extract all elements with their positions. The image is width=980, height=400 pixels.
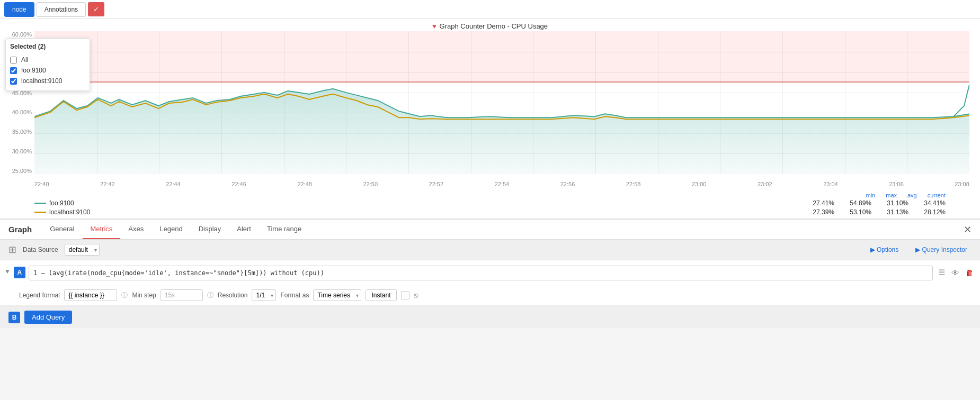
legend-stats-foo: 27.41% 54.89% 31.10% 34.41%	[808, 199, 946, 207]
legend-format-label: Legend format	[19, 292, 60, 299]
tab-display[interactable]: Display	[191, 220, 229, 239]
localhost-checkbox[interactable]	[10, 78, 17, 85]
query-inspector-button[interactable]: ▶ Query Inspector	[911, 244, 972, 256]
datasource-label: Data Source	[23, 246, 58, 253]
dropdown-item-foo[interactable]: foo:9100	[10, 65, 85, 76]
time-series-select-wrap[interactable]: Time series	[313, 289, 361, 301]
annotations-tab[interactable]: Annotations	[37, 2, 86, 17]
resolution-label: Resolution	[218, 292, 248, 299]
query-a-row: ▼ A 1 – (avg(irate(node_cpu{mode='idle',…	[0, 260, 980, 286]
options-button[interactable]: ▶ Options	[866, 244, 903, 256]
query-section: ⊞ Data Source default ▶ Options ▶ Query …	[0, 240, 980, 328]
add-query-row: B Add Query	[0, 306, 980, 328]
all-label: All	[21, 56, 28, 63]
query-expression[interactable]: 1 – (avg(irate(node_cpu{mode='idle', ins…	[29, 266, 933, 280]
series-dropdown: Selected (2) All foo:9100 localhost:9100	[5, 38, 90, 91]
chart-svg	[34, 31, 969, 174]
top-bar: node Annotations ✓	[0, 0, 980, 19]
legend-format-info[interactable]: ⓘ	[121, 291, 128, 300]
resolution-select-wrap[interactable]: 1/1	[252, 289, 276, 301]
green-spike	[954, 85, 969, 116]
green-area	[34, 89, 969, 174]
chart-title: ♥ Graph Counter Demo - CPU Usage	[0, 19, 980, 31]
tab-time-range[interactable]: Time range	[260, 220, 309, 239]
share-icon[interactable]: ⎋	[414, 291, 418, 299]
legend-header: min max avg current	[34, 192, 946, 198]
collapse-button[interactable]: ▼	[4, 268, 11, 275]
format-as-label: Format as	[280, 292, 309, 299]
heart-icon: ♥	[432, 22, 436, 30]
query-actions: ☰ 👁 🗑	[936, 267, 976, 278]
tab-legend[interactable]: Legend	[152, 220, 190, 239]
node-tab[interactable]: node	[4, 2, 34, 17]
add-query-button[interactable]: Add Query	[24, 311, 72, 324]
x-axis: 22:40 22:42 22:44 22:46 22:48 22:50 22:5…	[34, 178, 969, 190]
min-step-input[interactable]	[161, 289, 203, 301]
tab-general[interactable]: General	[42, 220, 82, 239]
resolution-select[interactable]: 1/1	[252, 289, 276, 301]
tab-alert[interactable]: Alert	[229, 220, 259, 239]
legend-max-header: max	[886, 192, 897, 198]
legend-stats-localhost: 27.39% 53.10% 31.13% 28.12%	[808, 208, 946, 216]
legend-current-header: current	[928, 192, 946, 198]
legend-format-input[interactable]	[64, 289, 117, 301]
query-options-row: Legend format ⓘ Min step ⓘ Resolution 1/…	[0, 286, 980, 306]
localhost-label: localhost:9100	[21, 77, 62, 85]
min-step-info[interactable]: ⓘ	[207, 291, 213, 300]
panel-tabs: Graph General Metrics Axes Legend Displa…	[0, 220, 980, 240]
legend-color-foo	[34, 203, 46, 204]
chart-container: Selected (2) All foo:9100 localhost:9100…	[0, 19, 980, 219]
legend-color-localhost	[34, 212, 46, 213]
instant-checkbox[interactable]	[401, 291, 409, 299]
chart-legend: min max avg current foo:9100 27.41% 54.8…	[0, 190, 980, 219]
close-panel-button[interactable]: ✕	[964, 224, 972, 235]
database-icon: ⊞	[8, 244, 16, 256]
legend-avg-header: avg	[907, 192, 917, 198]
check-button[interactable]: ✓	[88, 2, 104, 16]
datasource-select-wrap[interactable]: default	[65, 244, 100, 256]
chart-area: 60.00% 55.00% 50.00% 45.00% 40.00% 35.00…	[5, 31, 975, 190]
query-delete-button[interactable]: 🗑	[964, 267, 976, 278]
min-step-label: Min step	[132, 292, 156, 299]
legend-row-foo: foo:9100 27.41% 54.89% 31.10% 34.41%	[34, 199, 946, 207]
legend-min-header: min	[866, 192, 875, 198]
foo-label: foo:9100	[21, 67, 46, 74]
query-a-letter[interactable]: A	[14, 267, 25, 278]
tab-metrics[interactable]: Metrics	[83, 220, 120, 239]
query-menu-button[interactable]: ☰	[936, 267, 947, 278]
expression-text: 1 – (avg(irate(node_cpu{mode='idle', ins…	[33, 269, 324, 277]
datasource-select[interactable]: default	[65, 244, 100, 256]
legend-name-foo: foo:9100	[49, 199, 808, 207]
foo-checkbox[interactable]	[10, 67, 17, 74]
panel-title: Graph	[8, 220, 32, 239]
chart-inner	[34, 31, 969, 174]
query-visibility-button[interactable]: 👁	[949, 267, 961, 278]
add-query-letter: B	[8, 312, 20, 323]
dropdown-title: Selected (2)	[10, 43, 85, 50]
datasource-bar: ⊞ Data Source default ▶ Options ▶ Query …	[0, 240, 980, 260]
legend-row-localhost: localhost:9100 27.39% 53.10% 31.13% 28.1…	[34, 208, 946, 216]
all-checkbox[interactable]	[10, 57, 17, 63]
chart-title-text: Graph Counter Demo - CPU Usage	[440, 22, 548, 30]
legend-name-localhost: localhost:9100	[49, 208, 808, 216]
panel-settings: Graph General Metrics Axes Legend Displa…	[0, 219, 980, 328]
dropdown-item-localhost[interactable]: localhost:9100	[10, 76, 85, 86]
dropdown-item-all[interactable]: All	[10, 54, 85, 65]
tab-axes[interactable]: Axes	[121, 220, 151, 239]
time-series-select[interactable]: Time series	[313, 289, 361, 301]
instant-button[interactable]: Instant	[366, 289, 396, 301]
